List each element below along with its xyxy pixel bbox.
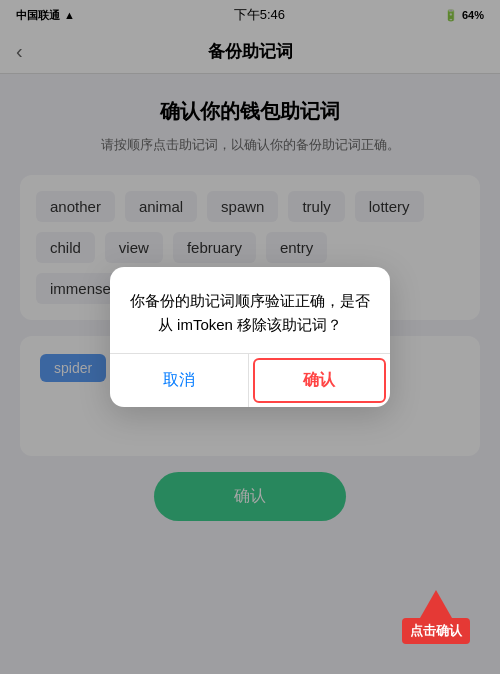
dialog-actions: 取消 确认 [110, 354, 390, 407]
arrow-up-icon [420, 590, 452, 618]
dialog-action-divider [248, 354, 249, 407]
dialog-confirm-button[interactable]: 确认 [253, 358, 387, 403]
annotation-label: 点击确认 [402, 618, 470, 644]
dialog-cancel-button[interactable]: 取消 [110, 354, 248, 407]
dialog-message: 你备份的助记词顺序验证正确，是否从 imToken 移除该助记词？ [130, 289, 370, 337]
dialog-body: 你备份的助记词顺序验证正确，是否从 imToken 移除该助记词？ [110, 267, 390, 353]
arrow-annotation: 点击确认 [402, 590, 470, 644]
dialog: 你备份的助记词顺序验证正确，是否从 imToken 移除该助记词？ 取消 确认 [110, 267, 390, 407]
dialog-overlay: 你备份的助记词顺序验证正确，是否从 imToken 移除该助记词？ 取消 确认 [0, 0, 500, 674]
